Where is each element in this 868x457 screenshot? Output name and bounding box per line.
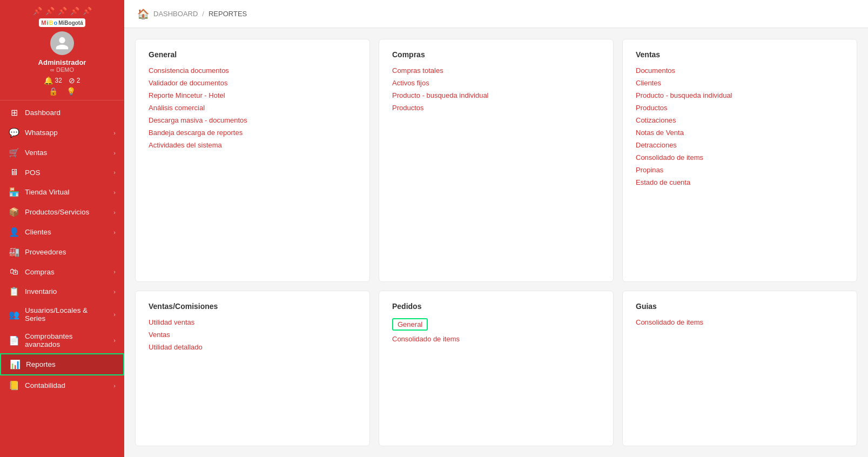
link-producto-busqueda-individual-ventas[interactable]: Producto - busqueda individual (636, 91, 844, 99)
link-consolidado-items-guias[interactable]: Consolidado de items (636, 318, 844, 326)
sidebar-item-label: Comprobantes avanzados (25, 332, 108, 348)
card-guias: Guias Consolidado de items (622, 291, 857, 447)
chevron-right-icon: › (113, 268, 116, 275)
pin-icon-2: 📌 (45, 6, 55, 15)
sidebar-item-label: Tienda Virtual (25, 188, 108, 196)
pos-icon: 🖥 (9, 167, 19, 177)
link-propinas[interactable]: Propinas (636, 166, 844, 174)
link-validador-documentos[interactable]: Validador de documentos (149, 79, 356, 87)
sidebar-item-tienda-virtual[interactable]: 🏪 Tienda Virtual › (0, 182, 124, 202)
link-producto-busqueda-individual-compras[interactable]: Producto - busqueda individual (392, 91, 600, 99)
contabilidad-icon: 📒 (9, 380, 19, 391)
chevron-right-icon: › (113, 382, 116, 389)
comprobantes-icon: 📄 (9, 335, 19, 346)
sidebar-item-whatsapp[interactable]: 💬 Whatsapp › (0, 123, 124, 143)
link-consolidado-items-ventas[interactable]: Consolidado de items (636, 153, 844, 162)
bell-notification[interactable]: 🔔 32 (44, 76, 62, 85)
sidebar-item-comprobantes-avanzados[interactable]: 📄 Comprobantes avanzados › (0, 327, 124, 353)
link-cotizaciones[interactable]: Cotizaciones (636, 116, 844, 124)
sidebar-item-label: Proveedores (25, 248, 116, 256)
link-productos-ventas[interactable]: Productos (636, 104, 844, 112)
chevron-right-icon: › (113, 189, 116, 196)
lock-icon: 🔒 (49, 87, 58, 96)
extra-icons-row: 🔒 💡 (49, 87, 76, 96)
usuarios-icon: 👥 (9, 310, 19, 320)
chevron-right-icon: › (113, 288, 116, 295)
sidebar-item-label: Whatsapp (25, 129, 108, 137)
link-compras-totales[interactable]: Compras totales (392, 66, 600, 75)
chevron-right-icon: › (113, 229, 116, 236)
link-notas-venta[interactable]: Notas de Venta (636, 129, 844, 137)
reportes-icon: 📊 (10, 359, 21, 369)
sidebar-item-label: Productos/Servicios (25, 208, 108, 216)
sidebar-item-clientes[interactable]: 👤 Clientes › (0, 222, 124, 242)
link-consolidado-items-pedidos[interactable]: Consolidado de items (392, 335, 600, 343)
logo: MiBo MiBogotá (39, 18, 85, 27)
ventas-icon: 🛒 (9, 147, 19, 158)
sidebar-item-dashboard[interactable]: ⊞ Dashboard (0, 103, 124, 123)
inventario-icon: 📋 (9, 286, 19, 297)
link-bandeja-descarga[interactable]: Bandeja descarga de reportes (149, 129, 356, 137)
link-clientes-ventas[interactable]: Clientes (636, 79, 844, 87)
link-estado-cuenta[interactable]: Estado de cuenta (636, 178, 844, 186)
chevron-right-icon: › (113, 209, 116, 216)
breadcrumb-dashboard[interactable]: DASHBOARD (153, 10, 198, 18)
sidebar-item-pos[interactable]: 🖥 POS › (0, 163, 124, 182)
link-consistencia-documentos[interactable]: Consistencia documentos (149, 66, 356, 75)
sidebar-item-compras[interactable]: 🛍 Compras › (0, 262, 124, 281)
sidebar-item-label: Clientes (25, 228, 108, 236)
sidebar-item-proveedores[interactable]: 🏭 Proveedores (0, 242, 124, 262)
card-compras-title: Compras (392, 50, 600, 59)
link-reporte-mincetur[interactable]: Reporte Mincetur - Hotel (149, 91, 356, 99)
whatsapp-icon: 💬 (9, 127, 19, 138)
link-general-pedidos[interactable]: General (392, 318, 428, 331)
card-ventas-comisiones-title: Ventas/Comisiones (149, 302, 356, 311)
pin-icon-3: 📌 (58, 6, 67, 15)
link-ventas-comisiones[interactable]: Ventas (149, 331, 356, 339)
sidebar-item-label: Reportes (26, 360, 115, 368)
sidebar-item-label: Dashboard (25, 109, 116, 117)
card-compras: Compras Compras totales Activos fijos Pr… (379, 39, 614, 282)
sidebar-header: 📌 📌 📌 📌 📌 MiBo MiBogotá Administrador ∞ … (0, 0, 124, 100)
clock-count: 2 (77, 77, 80, 84)
sidebar-item-usuarios-locales[interactable]: 👥 Usuarios/Locales & Series › (0, 301, 124, 327)
user-sub: ∞ DEMO (50, 66, 74, 73)
link-detracciones[interactable]: Detracciones (636, 141, 844, 149)
logo-text: MiBogotá (58, 20, 83, 26)
sidebar-item-label: Compras (25, 268, 108, 276)
link-documentos-ventas[interactable]: Documentos (636, 66, 844, 75)
bell-icon: 🔔 (44, 76, 53, 85)
link-analisis-comercial[interactable]: Análisis comercial (149, 104, 356, 112)
topbar: 🏠 DASHBOARD / REPORTES (124, 0, 868, 28)
sidebar-item-reportes[interactable]: 📊 Reportes (0, 353, 124, 375)
sidebar-item-contabilidad[interactable]: 📒 Contabilidad › (0, 375, 124, 395)
compras-icon: 🛍 (9, 267, 19, 277)
bell-count: 32 (55, 77, 62, 84)
pin-icon: 📌 (33, 6, 42, 15)
link-utilidad-ventas[interactable]: Utilidad ventas (149, 318, 356, 326)
clock-notification[interactable]: ⊘ 2 (69, 76, 80, 85)
link-actividades-sistema[interactable]: Actividades del sistema (149, 141, 356, 149)
avatar (50, 31, 74, 55)
sidebar-item-label: Usuarios/Locales & Series (25, 306, 108, 322)
sidebar-top-icons: 📌 📌 📌 📌 📌 (33, 6, 92, 15)
user-avatar-icon (55, 36, 70, 51)
dashboard-icon: ⊞ (9, 107, 19, 118)
link-productos-compras[interactable]: Productos (392, 104, 600, 112)
sidebar-item-productos-servicios[interactable]: 📦 Productos/Servicios › (0, 202, 124, 222)
card-pedidos: Pedidos General Consolidado de items (379, 291, 614, 447)
sidebar-item-inventario[interactable]: 📋 Inventario › (0, 281, 124, 301)
productos-icon: 📦 (9, 207, 19, 217)
sidebar-item-ventas[interactable]: 🛒 Ventas › (0, 143, 124, 163)
chevron-right-icon: › (113, 337, 116, 344)
link-descarga-masiva[interactable]: Descarga masiva - documentos (149, 116, 356, 124)
link-activos-fijos[interactable]: Activos fijos (392, 79, 600, 87)
sidebar-navigation: ⊞ Dashboard 💬 Whatsapp › 🛒 Ventas › 🖥 PO… (0, 100, 124, 457)
chevron-right-icon: › (113, 150, 116, 156)
link-utilidad-detallado[interactable]: Utilidad detallado (149, 343, 356, 351)
sidebar-item-label: Inventario (25, 287, 108, 295)
home-icon: 🏠 (137, 8, 149, 20)
card-guias-title: Guias (636, 302, 844, 311)
card-ventas: Ventas Documentos Clientes Producto - bu… (622, 39, 857, 282)
main-content: 🏠 DASHBOARD / REPORTES General Consisten… (124, 0, 868, 457)
